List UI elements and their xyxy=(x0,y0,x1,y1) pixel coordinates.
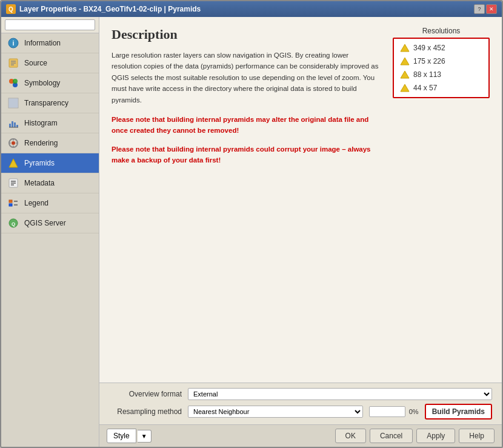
progress-bar xyxy=(369,406,405,417)
resolutions-panel: Resolutions 349 x 452 175 x xyxy=(393,27,490,373)
bottom-controls: Overview format External Internal Resamp… xyxy=(99,383,502,424)
sidebar-item-information[interactable]: i Information xyxy=(1,33,99,53)
source-icon xyxy=(7,57,19,69)
resolution-label-0: 349 x 452 xyxy=(413,44,445,52)
search-input[interactable] xyxy=(5,19,95,30)
progress-area: 0% xyxy=(369,406,419,417)
sidebar-item-symbology[interactable]: Symbology xyxy=(1,73,99,93)
footer-right: OK Cancel Apply Help xyxy=(335,429,495,443)
svg-rect-16 xyxy=(14,122,16,127)
svg-marker-37 xyxy=(401,58,409,65)
progress-percent: 0% xyxy=(409,408,419,415)
sidebar-item-rendering[interactable]: Rendering xyxy=(1,133,99,153)
svg-marker-39 xyxy=(401,84,409,92)
metadata-icon xyxy=(7,177,19,189)
resolution-label-3: 44 x 57 xyxy=(413,84,437,92)
window-title: Layer Properties - BX24_GeoTifv1-02-clip… xyxy=(19,5,201,13)
sidebar-label-qgis-server: QGIS Server xyxy=(24,219,66,227)
sidebar-label-pyramids: Pyramids xyxy=(24,159,55,167)
sidebar-label-symbology: Symbology xyxy=(24,79,60,87)
sidebar-item-histogram[interactable]: Histogram xyxy=(1,113,99,133)
sidebar-label-transparency: Transparency xyxy=(24,99,68,107)
resolution-item-3[interactable]: 44 x 57 xyxy=(396,81,486,95)
overview-format-row: Overview format External Internal xyxy=(109,388,492,400)
transparency-icon xyxy=(7,97,19,109)
svg-rect-17 xyxy=(16,125,18,127)
sidebar-item-legend[interactable]: Legend xyxy=(1,193,99,213)
symbology-icon xyxy=(7,77,19,89)
sidebar: i Information Source xyxy=(1,17,99,447)
sidebar-label-legend: Legend xyxy=(24,199,48,207)
apply-button[interactable]: Apply xyxy=(416,429,455,443)
cancel-button[interactable]: Cancel xyxy=(370,429,413,443)
close-window-btn[interactable]: ✕ xyxy=(486,4,497,14)
build-pyramids-button[interactable]: Build Pyramids xyxy=(425,404,492,420)
sidebar-label-rendering: Rendering xyxy=(24,139,58,147)
svg-rect-15 xyxy=(12,121,13,127)
title-bar-left: Q Layer Properties - BX24_GeoTifv1-02-cl… xyxy=(6,4,201,14)
section-title: Description xyxy=(112,27,381,42)
sidebar-label-source: Source xyxy=(24,59,47,67)
information-icon: i xyxy=(7,37,19,49)
sidebar-item-metadata[interactable]: Metadata xyxy=(1,173,99,193)
sidebar-item-qgis-server[interactable]: Q QGIS Server xyxy=(1,213,99,233)
sidebar-item-source[interactable]: Source xyxy=(1,53,99,73)
description-text: Large resolution raster layers can slow … xyxy=(112,50,381,105)
pyramids-icon xyxy=(7,157,19,169)
help-window-btn[interactable]: ? xyxy=(474,4,485,14)
resolutions-label: Resolutions xyxy=(393,27,490,35)
ok-button[interactable]: OK xyxy=(335,429,366,443)
resolution-item-2[interactable]: 88 x 113 xyxy=(396,68,486,81)
svg-marker-36 xyxy=(401,44,409,52)
legend-icon xyxy=(7,197,19,209)
warning-text-2: Please note that building internal pyram… xyxy=(112,144,381,166)
histogram-icon xyxy=(7,117,19,129)
resolution-label-2: 88 x 113 xyxy=(413,70,441,79)
sidebar-label-information: Information xyxy=(24,39,61,47)
window-controls: ? ✕ xyxy=(474,4,497,14)
resolution-label-1: 175 x 226 xyxy=(413,57,445,65)
svg-text:i: i xyxy=(12,39,14,47)
style-dropdown-button[interactable]: ▼ xyxy=(138,430,152,443)
main-panel: Description Large resolution raster laye… xyxy=(99,17,502,447)
resampling-method-row: Resampling method Nearest Neighbour Aver… xyxy=(109,404,492,420)
svg-rect-30 xyxy=(9,200,12,202)
resolution-icon-3 xyxy=(400,84,410,92)
sidebar-label-histogram: Histogram xyxy=(24,119,58,127)
qgis-server-icon: Q xyxy=(7,217,19,229)
title-bar: Q Layer Properties - BX24_GeoTifv1-02-cl… xyxy=(1,1,502,17)
search-bar xyxy=(1,17,99,33)
resolution-icon-0 xyxy=(400,44,410,52)
resolution-item-1[interactable]: 175 x 226 xyxy=(396,55,486,68)
description-area: Description Large resolution raster laye… xyxy=(112,27,381,373)
resampling-label: Resampling method xyxy=(109,407,182,416)
svg-rect-14 xyxy=(9,124,11,127)
svg-text:Q: Q xyxy=(12,221,15,227)
main-window: Q Layer Properties - BX24_GeoTifv1-02-cl… xyxy=(0,0,503,448)
resolution-icon-2 xyxy=(400,70,410,79)
overview-format-label: Overview format xyxy=(109,390,182,398)
help-button[interactable]: Help xyxy=(459,429,495,443)
resampling-select[interactable]: Nearest Neighbour Average Gauss Cubic Mo… xyxy=(188,406,363,418)
svg-point-8 xyxy=(13,79,18,84)
svg-rect-32 xyxy=(9,204,12,206)
app-icon: Q xyxy=(6,4,16,14)
content-area: i Information Source xyxy=(1,17,502,447)
resolutions-list: 349 x 452 175 x 226 88 x 1 xyxy=(393,38,490,98)
svg-marker-38 xyxy=(401,71,409,78)
rendering-icon xyxy=(7,137,19,149)
sidebar-label-metadata: Metadata xyxy=(24,179,55,187)
svg-point-20 xyxy=(12,141,15,145)
resolution-item-0[interactable]: 349 x 452 xyxy=(396,41,486,55)
overview-format-select[interactable]: External Internal xyxy=(188,388,492,400)
footer-left: Style ▼ xyxy=(107,429,152,443)
footer: Style ▼ OK Cancel Apply Help xyxy=(99,424,502,447)
sidebar-item-transparency[interactable]: Transparency xyxy=(1,93,99,113)
resolution-icon-1 xyxy=(400,57,410,65)
sidebar-item-pyramids[interactable]: Pyramids xyxy=(1,153,99,173)
warning-text-1: Please note that building internal pyram… xyxy=(112,114,381,136)
svg-marker-25 xyxy=(9,159,18,167)
main-content: Description Large resolution raster laye… xyxy=(99,17,502,383)
svg-rect-13 xyxy=(8,98,18,108)
style-button[interactable]: Style xyxy=(107,429,136,443)
